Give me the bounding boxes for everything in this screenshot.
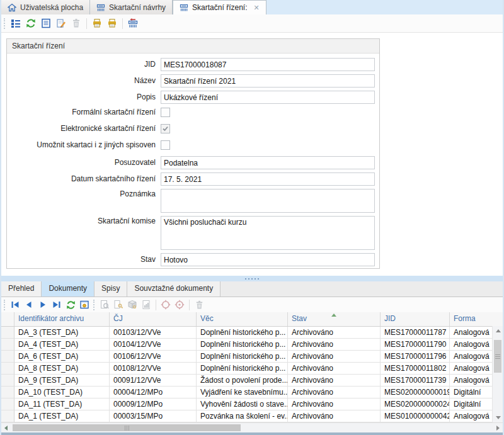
edit-button[interactable] [54,16,68,30]
table-cell[interactable]: MES17000011739 [381,375,450,387]
print-copy-button[interactable] [105,16,119,30]
stav-field[interactable] [161,253,375,266]
scroll-right-icon[interactable] [496,426,500,431]
table-cell[interactable]: Analogová [450,375,492,387]
table-cell[interactable]: Analogová [450,363,492,375]
table-row[interactable]: DA_9 (TEST_DA)00091/12/VVeŽádost o povol… [1,375,503,387]
document-chart-button[interactable] [140,298,152,311]
column-header-1[interactable]: Identifikátor archivu [14,312,110,326]
table-cell[interactable]: 00091/12/VVe [110,375,197,387]
datum-field[interactable] [161,172,375,186]
list-view-button[interactable] [9,16,23,30]
umoznit-checkbox[interactable] [161,140,170,150]
table-cell[interactable]: 00004/12/MPo [110,387,197,398]
jid-field[interactable] [161,58,375,71]
table-cell[interactable]: MES17000011787 [381,327,450,339]
package-button[interactable] [126,298,139,311]
tab-skartacni-rizeni[interactable]: Skartační řízení: ✕ [173,0,266,14]
shred-action-button[interactable] [126,16,140,30]
table-cell[interactable]: Doplnění historického p... [197,339,288,351]
table-row[interactable]: DA_10 (TEST_DA)00004/12/MPoVyjádření ke … [1,387,503,398]
table-cell[interactable]: DA_10 (TEST_DA) [14,387,110,398]
vertical-scroll-thumb[interactable] [494,340,501,373]
table-cell[interactable]: Archivováno [288,398,381,410]
table-cell[interactable]: Archivováno [288,375,381,387]
table-row[interactable]: DA_3 (TEST_DA)00103/12/VVeDoplnění histo… [1,327,503,339]
column-header-4[interactable]: Stav [288,312,381,326]
table-cell[interactable]: Archivováno [288,387,381,398]
column-header-3[interactable]: Věc [197,312,288,326]
table-cell[interactable]: Žádost o povolení prode... [197,375,288,387]
table-cell[interactable]: 00009/12/MPo [110,398,197,410]
toolbar-grip[interactable] [4,18,5,29]
row-selector[interactable] [1,327,14,339]
target-button[interactable] [159,298,172,311]
refresh-button[interactable] [24,16,38,30]
nazev-field[interactable] [161,74,375,88]
tab-prehled[interactable]: Přehled [1,281,42,297]
horizontal-splitter[interactable] [1,276,503,281]
table-cell[interactable]: 00003/15/MPo [110,410,197,422]
komise-field[interactable]: Všichni posluchači kurzu [161,216,375,250]
table-cell[interactable]: Doplnění historického p... [197,327,288,339]
table-cell[interactable]: Analogová [450,327,492,339]
row-selector[interactable] [1,351,14,363]
delete-row-button[interactable] [193,298,205,311]
target-center-button[interactable] [173,298,186,311]
table-cell[interactable]: DA_3 (TEST_DA) [14,327,110,339]
table-cell[interactable]: MES010000000042 [381,410,450,422]
table-cell[interactable]: Archivováno [288,351,381,363]
table-cell[interactable]: DA_8 (TEST_DA) [14,363,110,375]
delete-button[interactable] [69,16,83,30]
row-selector[interactable] [1,339,14,351]
table-cell[interactable]: Digitální [450,387,492,398]
scroll-down-icon[interactable] [496,416,501,419]
table-cell[interactable]: Analogová [450,339,492,351]
table-cell[interactable]: DA_1 (TEST_DA) [14,410,110,422]
table-cell[interactable]: Analogová [450,410,492,422]
table-cell[interactable]: DA_9 (TEST_DA) [14,375,110,387]
detail-window-button[interactable] [78,298,91,311]
toolbar-grip[interactable] [93,300,94,310]
table-cell[interactable]: Vyjádření ke stavebnímu... [197,387,288,398]
table-cell[interactable]: DA_11 (TEST_DA) [14,398,110,410]
table-row[interactable]: DA_1 (TEST_DA)00003/15/MPoPozvánka na šk… [1,410,503,422]
table-cell[interactable]: Analogová [450,351,492,363]
row-selector[interactable] [1,375,14,387]
toolbar-grip[interactable] [4,300,5,310]
table-cell[interactable]: MES020000000019 [381,387,450,398]
document-sign-button[interactable] [112,298,125,311]
row-selector[interactable] [1,410,14,422]
table-cell[interactable]: MES17000011790 [381,339,450,351]
scroll-up-icon[interactable] [496,329,501,332]
table-cell[interactable]: Doplnění historického p... [197,363,288,375]
row-selector[interactable] [1,363,14,375]
nav-next-button[interactable] [37,298,49,311]
table-row[interactable]: DA_8 (TEST_DA)00108/12/VVeDoplnění histo… [1,363,503,375]
column-header-5[interactable]: JID [381,312,450,326]
nav-prev-button[interactable] [23,298,35,311]
horizontal-scrollbar[interactable] [1,422,503,432]
table-cell[interactable]: Archivováno [288,339,381,351]
table-cell[interactable]: 00108/12/VVe [110,363,197,375]
table-row[interactable]: DA_11 (TEST_DA)00009/12/MPoVyhovění žádo… [1,398,503,410]
tab-uzivatelska-plocha[interactable]: Uživatelská plocha [1,0,90,14]
row-selector[interactable] [1,387,14,398]
tab-souvztazne-dokumenty[interactable]: Souvztažné dokumenty [127,281,220,297]
tab-skartacni-navrhy[interactable]: Skartační návrhy [90,0,173,14]
nav-last-button[interactable] [50,298,63,311]
tab-dokumenty[interactable]: Dokumenty [42,281,94,297]
table-cell[interactable]: Vyhovění žádosti o stave... [197,398,288,410]
document-search-button[interactable] [98,298,111,311]
table-cell[interactable]: Archivováno [288,410,381,422]
column-header-6[interactable]: Forma [450,312,492,326]
vertical-scrollbar[interactable] [492,326,503,422]
print-button[interactable] [90,16,104,30]
table-cell[interactable]: Archivováno [288,363,381,375]
column-header-2[interactable]: ČJ [110,312,197,326]
detail-button[interactable] [39,16,53,30]
table-cell[interactable]: MES020000000024 [381,398,450,410]
table-cell[interactable]: DA_6 (TEST_DA) [14,351,110,363]
close-icon[interactable]: ✕ [253,4,259,12]
table-cell[interactable]: 00104/12/VVe [110,339,197,351]
